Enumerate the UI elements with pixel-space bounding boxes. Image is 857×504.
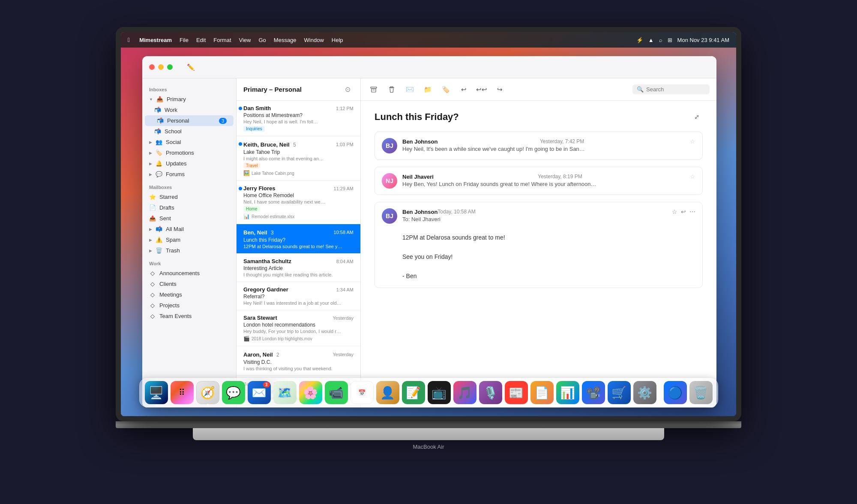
minimize-button[interactable]	[158, 64, 164, 70]
dock-app-launchpad[interactable]: ⠿	[171, 381, 194, 404]
star-icon[interactable]: ☆	[690, 173, 695, 180]
thread-header[interactable]: BJ Ben Johnson Today, 10:58 AM ☆	[375, 202, 702, 233]
dock-app-mail[interactable]: ✉️ 3	[248, 381, 271, 404]
sidebar-item-clients[interactable]: ◇ Clients	[142, 279, 236, 289]
control-center-icon[interactable]: ⊞	[668, 37, 672, 43]
compose-button[interactable]: ✏️	[185, 61, 197, 73]
sidebar-item-promotions[interactable]: ▶ 🏷️ Promotions	[142, 147, 236, 158]
sidebar-item-work[interactable]: 📬 Work	[142, 105, 236, 115]
dock-app-maps[interactable]: 🗺️	[273, 381, 297, 404]
filter-button[interactable]: ⊙	[342, 84, 354, 96]
search-icon[interactable]: ⌕	[659, 37, 662, 43]
dock-app-appstore[interactable]: 🛒	[608, 381, 631, 404]
app-window: ✏️ Inboxes ▼ 📥 Primary	[142, 56, 716, 408]
avatar: BJ	[382, 138, 397, 153]
sidebar-item-trash[interactable]: ▶ 🗑️ Trash	[142, 245, 236, 256]
menu-help[interactable]: Help	[332, 37, 343, 43]
dock-app-finder[interactable]: 🖥️	[145, 381, 168, 404]
star-icon[interactable]: ☆	[672, 208, 677, 215]
sidebar-item-spam[interactable]: ▶ ⚠️ Spam	[142, 234, 236, 245]
email-item[interactable]: Keith, Bruce, Neil 5 1:03 PM Lake Tahoe …	[237, 136, 360, 181]
sidebar-item-allmail[interactable]: ▶ 📫 All Mail	[142, 224, 236, 234]
move-button[interactable]: 📁	[422, 84, 434, 96]
reply-button[interactable]: ↩	[458, 84, 470, 96]
menu-window[interactable]: Window	[304, 37, 324, 43]
thread-header[interactable]: NJ Neil Jhaveri Yesterday, 8:19 PM ☆	[375, 167, 702, 195]
email-sender: Jerry Flores	[243, 185, 275, 192]
menu-format[interactable]: Format	[213, 37, 231, 43]
email-item-selected[interactable]: Ben, Neil 3 10:58 AM Lunch this Friday? …	[237, 224, 360, 254]
forward-button[interactable]: ↪	[494, 84, 506, 96]
sidebar-item-primary[interactable]: ▼ 📥 Primary	[142, 94, 236, 105]
sidebar-item-starred[interactable]: ⭐ Starred	[142, 192, 236, 202]
thread-header[interactable]: BJ Ben Johnson Yesterday, 7:42 PM ☆	[375, 132, 702, 159]
dock-app-photos[interactable]: 🌸	[299, 381, 322, 404]
sidebar-item-personal[interactable]: 📬 Personal 3	[145, 115, 234, 126]
dock-app-airdrop[interactable]: 🔵	[664, 381, 687, 404]
email-item[interactable]: Aaron, Neil 2 Yesterday Visiting D.C. I …	[237, 346, 360, 376]
inboxes-label: Inboxes	[142, 82, 236, 94]
notes-icon: 📝	[406, 386, 421, 400]
unread-indicator	[239, 107, 242, 110]
mark-unread-button[interactable]: ✉️	[404, 84, 416, 96]
dock-app-podcasts[interactable]: 🎙️	[479, 381, 502, 404]
dock-app-keynote[interactable]: 📽️	[582, 381, 605, 404]
more-icon[interactable]: ⋯	[689, 208, 695, 215]
sidebar-item-social[interactable]: ▶ 👥 Social	[142, 137, 236, 147]
menu-app-name[interactable]: Mimestream	[139, 37, 172, 43]
dock-app-music[interactable]: 🎵	[453, 381, 476, 404]
sidebar-item-school[interactable]: 📬 School	[142, 126, 236, 137]
apple-logo-icon[interactable]: 	[128, 36, 130, 43]
dock-app-settings[interactable]: ⚙️	[633, 381, 656, 404]
dock-app-calendar[interactable]: 📅	[351, 381, 374, 404]
thread-meta: Ben Johnson Today, 10:58 AM ☆ ↩ ⋯	[402, 208, 695, 227]
email-count: 2	[276, 352, 279, 358]
dock-divider	[660, 384, 660, 401]
email-item[interactable]: Dan Smith 1:12 PM Positions at Mimestrea…	[237, 101, 360, 136]
sidebar-item-projects[interactable]: ◇ Projects	[142, 300, 236, 311]
dock-app-pages[interactable]: 📄	[530, 381, 554, 404]
email-item[interactable]: Sara Stewart Yesterday London hotel reco…	[237, 310, 360, 346]
email-item[interactable]: Jerry Flores 11:29 AM Home Office Remode…	[237, 181, 360, 224]
dock-app-contacts[interactable]: 👤	[376, 381, 399, 404]
menu-file[interactable]: File	[180, 37, 189, 43]
dock-app-news[interactable]: 📰	[505, 381, 528, 404]
email-tag: Travel	[243, 163, 260, 168]
menu-view[interactable]: View	[239, 37, 251, 43]
fullscreen-icon[interactable]: ⤢	[691, 111, 703, 123]
screen-inner:  Mimestream File Edit Format View Go Me…	[121, 32, 736, 416]
dock-app-safari[interactable]: 🧭	[196, 381, 219, 404]
dock-app-messages[interactable]: 💬	[222, 381, 245, 404]
email-item[interactable]: Gregory Gardner 1:34 AM Referral? Hey Ne…	[237, 282, 360, 310]
dock-app-trash[interactable]: 🗑️	[689, 381, 713, 404]
chevron-right-icon: ▶	[149, 151, 152, 155]
sidebar-item-drafts[interactable]: 📄 Drafts	[142, 202, 236, 213]
close-button[interactable]	[149, 64, 155, 70]
search-box[interactable]: 🔍	[632, 84, 710, 94]
dock-app-tv[interactable]: 📺	[428, 381, 451, 404]
sidebar-item-updates[interactable]: ▶ 🔔 Updates	[142, 158, 236, 169]
label-button[interactable]: 🏷️	[440, 84, 452, 96]
sidebar-item-announcements[interactable]: ◇ Announcements	[142, 268, 236, 279]
menu-message[interactable]: Message	[274, 37, 297, 43]
archive-button[interactable]	[368, 84, 380, 96]
safari-icon: 🧭	[200, 386, 215, 400]
sidebar-item-teamevents[interactable]: ◇ Team Events	[142, 311, 236, 321]
menu-go[interactable]: Go	[258, 37, 266, 43]
reply-all-button[interactable]: ↩↩	[476, 84, 488, 96]
email-item[interactable]: Samantha Schultz 8:04 AM Interesting Art…	[237, 254, 360, 282]
sidebar-item-meetings[interactable]: ◇ Meetings	[142, 289, 236, 300]
maximize-button[interactable]	[167, 64, 173, 70]
sidebar-item-forums[interactable]: ▶ 💬 Forums	[142, 169, 236, 180]
star-icon[interactable]: ☆	[690, 138, 695, 145]
delete-button[interactable]	[386, 84, 398, 96]
dock-app-notes[interactable]: 📝	[402, 381, 425, 404]
menu-edit[interactable]: Edit	[196, 37, 206, 43]
sidebar-item-sent[interactable]: 📤 Sent	[142, 213, 236, 224]
search-input[interactable]	[646, 86, 705, 93]
school-inbox-icon: 📬	[154, 128, 161, 135]
email-list-items: Dan Smith 1:12 PM Positions at Mimestrea…	[237, 101, 360, 408]
reply-icon[interactable]: ↩	[681, 208, 686, 215]
dock-app-numbers[interactable]: 📊	[556, 381, 579, 404]
dock-app-facetime[interactable]: 📹	[325, 381, 348, 404]
